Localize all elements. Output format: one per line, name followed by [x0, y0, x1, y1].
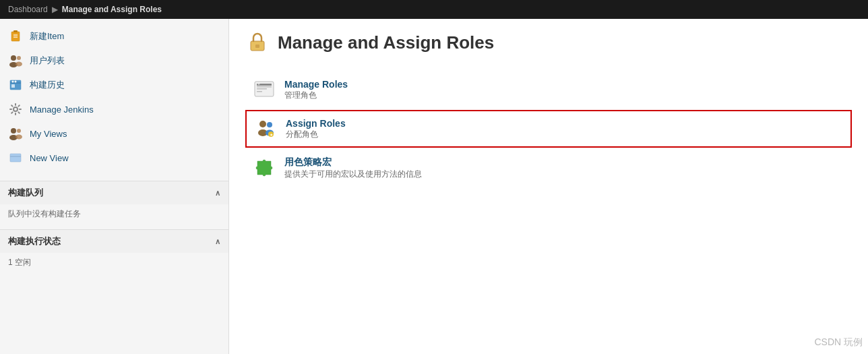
svg-rect-21 — [255, 45, 259, 48]
page-title: Manage and Assign Roles — [278, 32, 494, 53]
sidebar-item-user-list[interactable]: 用户列表 — [0, 49, 228, 73]
layout: 新建Item 用户列表 — [0, 19, 868, 354]
breadcrumb-current: Manage and Assign Roles — [62, 5, 162, 14]
role-strategy-macros-icon — [252, 156, 276, 180]
svg-point-11 — [15, 81, 17, 83]
role-strategy-macros-text: 用色策略宏 提供关于可用的宏以及使用方法的信息 — [284, 156, 422, 180]
manage-roles-title[interactable]: Manage Roles — [284, 79, 348, 90]
svg-point-16 — [17, 129, 21, 133]
manage-roles-item[interactable]: Manage Roles 管理角色 — [245, 72, 852, 107]
build-queue-header[interactable]: 构建队列 ∧ — [0, 181, 228, 204]
svg-rect-24 — [257, 86, 272, 88]
svg-point-7 — [16, 62, 22, 67]
sidebar-item-user-list-label: 用户列表 — [30, 55, 65, 67]
svg-point-26 — [258, 83, 260, 85]
sidebar: 新建Item 用户列表 — [0, 19, 229, 354]
build-queue-content: 队列中没有构建任务 — [0, 204, 228, 224]
svg-point-17 — [16, 135, 22, 140]
sidebar-item-my-views[interactable]: My Views — [0, 121, 228, 146]
build-executor-chevron: ∧ — [215, 237, 220, 246]
watermark: CSDN 玩例 — [814, 336, 863, 349]
build-queue-title: 构建队列 — [8, 187, 43, 199]
manage-roles-icon — [252, 78, 276, 102]
svg-rect-25 — [257, 88, 267, 90]
main-content: Manage and Assign Roles Manage R — [229, 19, 868, 354]
sidebar-item-build-history-label: 构建历史 — [30, 79, 65, 91]
role-strategy-macros-subtitle: 提供关于可用的宏以及使用方法的信息 — [284, 169, 422, 180]
svg-rect-18 — [10, 154, 21, 162]
role-strategy-macros-title[interactable]: 用色策略宏 — [284, 156, 422, 169]
assign-roles-subtitle: 分配角色 — [286, 129, 346, 140]
user-list-icon — [8, 53, 23, 68]
build-executor-section: 构建执行状态 ∧ 1 空闲 — [0, 229, 228, 272]
assign-roles-item[interactable]: ★ Assign Roles 分配角色 — [245, 110, 852, 148]
sidebar-nav: 新建Item 用户列表 — [0, 19, 228, 175]
sidebar-item-new-item[interactable]: 新建Item — [0, 24, 228, 49]
my-views-icon — [8, 126, 23, 141]
svg-point-14 — [11, 128, 16, 134]
sidebar-item-manage-jenkins[interactable]: Manage Jenkins — [0, 97, 228, 121]
build-queue-chevron: ∧ — [215, 189, 220, 198]
sidebar-item-new-item-label: 新建Item — [30, 30, 64, 42]
assign-roles-title[interactable]: Assign Roles — [286, 118, 346, 129]
svg-point-30 — [267, 122, 272, 127]
svg-point-28 — [259, 121, 266, 127]
svg-text:★: ★ — [270, 133, 273, 137]
svg-point-10 — [12, 81, 14, 83]
svg-rect-0 — [11, 32, 20, 41]
sidebar-item-manage-jenkins-label: Manage Jenkins — [30, 105, 94, 115]
breadcrumb-dashboard[interactable]: Dashboard — [8, 5, 48, 14]
lock-icon — [245, 30, 270, 56]
page-header: Manage and Assign Roles — [245, 30, 852, 56]
sidebar-item-new-view-label: New View — [30, 153, 69, 163]
build-history-icon — [8, 78, 23, 92]
assign-roles-icon: ★ — [253, 117, 278, 141]
svg-rect-1 — [13, 30, 18, 32]
manage-roles-subtitle: 管理角色 — [284, 90, 348, 101]
build-queue-section: 构建队列 ∧ 队列中没有构建任务 — [0, 181, 228, 224]
svg-point-6 — [17, 56, 21, 60]
role-items-list: Manage Roles 管理角色 ★ — [245, 72, 852, 185]
svg-point-13 — [14, 108, 17, 111]
build-executor-title: 构建执行状态 — [8, 235, 61, 247]
assign-roles-text: Assign Roles 分配角色 — [286, 118, 346, 140]
role-strategy-macros-item[interactable]: 用色策略宏 提供关于可用的宏以及使用方法的信息 — [245, 150, 852, 185]
manage-roles-text: Manage Roles 管理角色 — [284, 79, 348, 101]
svg-rect-12 — [11, 84, 15, 88]
top-bar: Dashboard ▶ Manage and Assign Roles — [0, 0, 868, 19]
svg-point-4 — [11, 55, 16, 61]
sidebar-item-my-views-label: My Views — [30, 129, 67, 139]
new-view-icon — [8, 150, 23, 165]
breadcrumb-separator: ▶ — [52, 5, 58, 14]
sidebar-item-new-view[interactable]: New View — [0, 146, 228, 170]
build-executor-content: 1 空闲 — [0, 253, 228, 272]
build-executor-header[interactable]: 构建执行状态 ∧ — [0, 230, 228, 253]
gear-icon — [8, 102, 23, 117]
svg-rect-27 — [257, 91, 262, 92]
new-item-icon — [8, 29, 23, 44]
sidebar-item-build-history[interactable]: 构建历史 — [0, 73, 228, 97]
